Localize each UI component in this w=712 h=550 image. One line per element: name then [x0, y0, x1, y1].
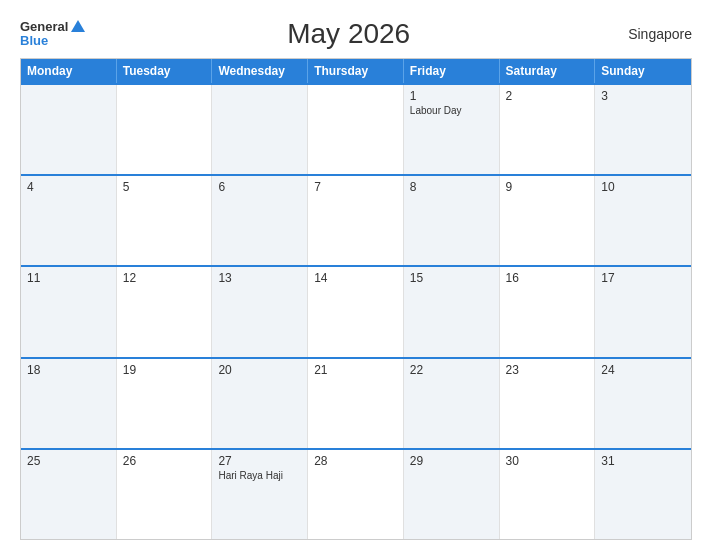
- cell-w2-d2: 13: [212, 267, 308, 356]
- cell-w0-d4: 1Labour Day: [404, 85, 500, 174]
- logo-triangle-icon: [71, 20, 85, 32]
- day-number: 14: [314, 271, 397, 285]
- cell-w2-d6: 17: [595, 267, 691, 356]
- calendar-body: 1Labour Day23456789101112131415161718192…: [21, 83, 691, 539]
- day-number: 21: [314, 363, 397, 377]
- cell-w2-d1: 12: [117, 267, 213, 356]
- day-number: 16: [506, 271, 589, 285]
- day-number: 19: [123, 363, 206, 377]
- holiday-label: Hari Raya Haji: [218, 470, 301, 482]
- day-number: 30: [506, 454, 589, 468]
- day-number: 9: [506, 180, 589, 194]
- cell-w4-d0: 25: [21, 450, 117, 539]
- cell-w3-d2: 20: [212, 359, 308, 448]
- cell-w4-d5: 30: [500, 450, 596, 539]
- day-number: 20: [218, 363, 301, 377]
- day-number: 5: [123, 180, 206, 194]
- day-number: 7: [314, 180, 397, 194]
- header-thursday: Thursday: [308, 59, 404, 83]
- calendar-page: General Blue May 2026 Singapore Monday T…: [0, 0, 712, 550]
- day-number: 24: [601, 363, 685, 377]
- cell-w1-d0: 4: [21, 176, 117, 265]
- cell-w3-d4: 22: [404, 359, 500, 448]
- top-bar: General Blue May 2026 Singapore: [20, 18, 692, 50]
- day-number: 3: [601, 89, 685, 103]
- day-number: 27: [218, 454, 301, 468]
- cell-w0-d5: 2: [500, 85, 596, 174]
- week-row-0: 1Labour Day23: [21, 83, 691, 174]
- logo-general-text: General: [20, 20, 68, 34]
- day-number: 29: [410, 454, 493, 468]
- cell-w1-d1: 5: [117, 176, 213, 265]
- cell-w2-d3: 14: [308, 267, 404, 356]
- holiday-label: Labour Day: [410, 105, 493, 117]
- day-number: 28: [314, 454, 397, 468]
- calendar-header: Monday Tuesday Wednesday Thursday Friday…: [21, 59, 691, 83]
- day-number: 10: [601, 180, 685, 194]
- cell-w2-d0: 11: [21, 267, 117, 356]
- cell-w0-d2: [212, 85, 308, 174]
- cell-w0-d3: [308, 85, 404, 174]
- week-row-4: 252627Hari Raya Haji28293031: [21, 448, 691, 539]
- cell-w1-d5: 9: [500, 176, 596, 265]
- cell-w2-d5: 16: [500, 267, 596, 356]
- day-number: 18: [27, 363, 110, 377]
- logo-blue-text: Blue: [20, 34, 48, 48]
- day-number: 2: [506, 89, 589, 103]
- day-number: 22: [410, 363, 493, 377]
- header-monday: Monday: [21, 59, 117, 83]
- day-number: 6: [218, 180, 301, 194]
- header-saturday: Saturday: [500, 59, 596, 83]
- day-number: 12: [123, 271, 206, 285]
- cell-w0-d1: [117, 85, 213, 174]
- day-number: 31: [601, 454, 685, 468]
- cell-w4-d4: 29: [404, 450, 500, 539]
- day-number: 11: [27, 271, 110, 285]
- day-number: 4: [27, 180, 110, 194]
- cell-w4-d2: 27Hari Raya Haji: [212, 450, 308, 539]
- calendar-grid: Monday Tuesday Wednesday Thursday Friday…: [20, 58, 692, 540]
- cell-w3-d6: 24: [595, 359, 691, 448]
- cell-w3-d3: 21: [308, 359, 404, 448]
- day-number: 23: [506, 363, 589, 377]
- day-number: 15: [410, 271, 493, 285]
- cell-w0-d6: 3: [595, 85, 691, 174]
- cell-w3-d0: 18: [21, 359, 117, 448]
- cell-w1-d4: 8: [404, 176, 500, 265]
- cell-w4-d1: 26: [117, 450, 213, 539]
- cell-w2-d4: 15: [404, 267, 500, 356]
- day-number: 17: [601, 271, 685, 285]
- week-row-3: 18192021222324: [21, 357, 691, 448]
- cell-w4-d3: 28: [308, 450, 404, 539]
- cell-w1-d2: 6: [212, 176, 308, 265]
- header-wednesday: Wednesday: [212, 59, 308, 83]
- cell-w3-d5: 23: [500, 359, 596, 448]
- week-row-2: 11121314151617: [21, 265, 691, 356]
- day-number: 26: [123, 454, 206, 468]
- cell-w0-d0: [21, 85, 117, 174]
- cell-w1-d3: 7: [308, 176, 404, 265]
- header-tuesday: Tuesday: [117, 59, 213, 83]
- day-number: 1: [410, 89, 493, 103]
- cell-w4-d6: 31: [595, 450, 691, 539]
- day-number: 8: [410, 180, 493, 194]
- logo: General Blue: [20, 20, 85, 49]
- day-number: 13: [218, 271, 301, 285]
- cell-w1-d6: 10: [595, 176, 691, 265]
- week-row-1: 45678910: [21, 174, 691, 265]
- cell-w3-d1: 19: [117, 359, 213, 448]
- calendar-title: May 2026: [85, 18, 612, 50]
- day-number: 25: [27, 454, 110, 468]
- region-label: Singapore: [612, 26, 692, 42]
- header-friday: Friday: [404, 59, 500, 83]
- header-sunday: Sunday: [595, 59, 691, 83]
